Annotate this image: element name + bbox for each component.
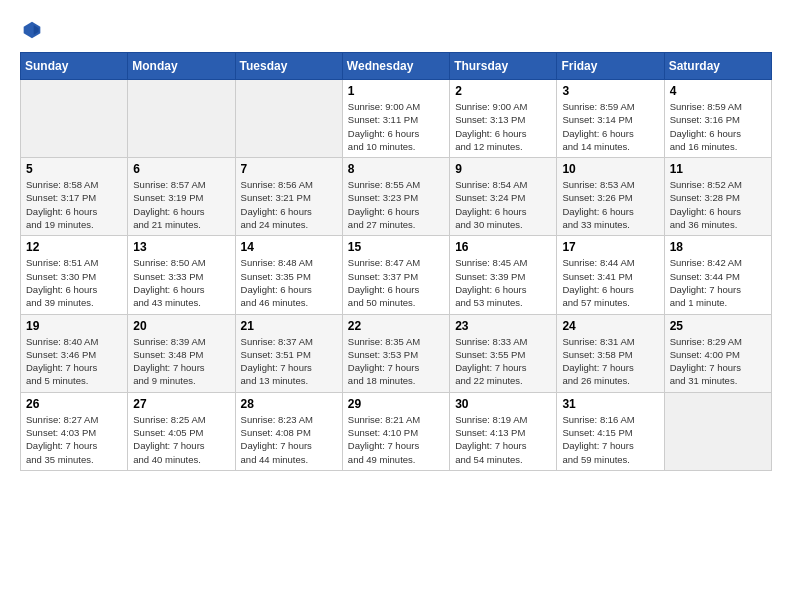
calendar-cell: 4Sunrise: 8:59 AM Sunset: 3:16 PM Daylig… bbox=[664, 80, 771, 158]
weekday-header-tuesday: Tuesday bbox=[235, 53, 342, 80]
calendar-cell: 8Sunrise: 8:55 AM Sunset: 3:23 PM Daylig… bbox=[342, 158, 449, 236]
calendar-cell: 26Sunrise: 8:27 AM Sunset: 4:03 PM Dayli… bbox=[21, 392, 128, 470]
day-info: Sunrise: 8:58 AM Sunset: 3:17 PM Dayligh… bbox=[26, 178, 122, 231]
calendar-cell: 15Sunrise: 8:47 AM Sunset: 3:37 PM Dayli… bbox=[342, 236, 449, 314]
day-info: Sunrise: 8:55 AM Sunset: 3:23 PM Dayligh… bbox=[348, 178, 444, 231]
calendar-cell: 29Sunrise: 8:21 AM Sunset: 4:10 PM Dayli… bbox=[342, 392, 449, 470]
day-info: Sunrise: 8:53 AM Sunset: 3:26 PM Dayligh… bbox=[562, 178, 658, 231]
day-number: 18 bbox=[670, 240, 766, 254]
day-number: 7 bbox=[241, 162, 337, 176]
day-info: Sunrise: 8:45 AM Sunset: 3:39 PM Dayligh… bbox=[455, 256, 551, 309]
calendar-week-5: 26Sunrise: 8:27 AM Sunset: 4:03 PM Dayli… bbox=[21, 392, 772, 470]
calendar-week-4: 19Sunrise: 8:40 AM Sunset: 3:46 PM Dayli… bbox=[21, 314, 772, 392]
day-number: 19 bbox=[26, 319, 122, 333]
day-info: Sunrise: 8:54 AM Sunset: 3:24 PM Dayligh… bbox=[455, 178, 551, 231]
calendar-week-2: 5Sunrise: 8:58 AM Sunset: 3:17 PM Daylig… bbox=[21, 158, 772, 236]
calendar-table: SundayMondayTuesdayWednesdayThursdayFrid… bbox=[20, 52, 772, 471]
calendar-cell bbox=[21, 80, 128, 158]
day-number: 1 bbox=[348, 84, 444, 98]
day-number: 22 bbox=[348, 319, 444, 333]
day-info: Sunrise: 8:35 AM Sunset: 3:53 PM Dayligh… bbox=[348, 335, 444, 388]
day-info: Sunrise: 8:25 AM Sunset: 4:05 PM Dayligh… bbox=[133, 413, 229, 466]
header bbox=[20, 20, 772, 40]
day-number: 27 bbox=[133, 397, 229, 411]
day-info: Sunrise: 8:31 AM Sunset: 3:58 PM Dayligh… bbox=[562, 335, 658, 388]
day-number: 23 bbox=[455, 319, 551, 333]
calendar-cell: 19Sunrise: 8:40 AM Sunset: 3:46 PM Dayli… bbox=[21, 314, 128, 392]
calendar-cell bbox=[235, 80, 342, 158]
calendar-cell bbox=[128, 80, 235, 158]
weekday-header-wednesday: Wednesday bbox=[342, 53, 449, 80]
calendar-cell: 31Sunrise: 8:16 AM Sunset: 4:15 PM Dayli… bbox=[557, 392, 664, 470]
day-info: Sunrise: 8:37 AM Sunset: 3:51 PM Dayligh… bbox=[241, 335, 337, 388]
day-info: Sunrise: 8:56 AM Sunset: 3:21 PM Dayligh… bbox=[241, 178, 337, 231]
day-number: 26 bbox=[26, 397, 122, 411]
day-number: 21 bbox=[241, 319, 337, 333]
calendar-cell: 5Sunrise: 8:58 AM Sunset: 3:17 PM Daylig… bbox=[21, 158, 128, 236]
calendar-cell: 20Sunrise: 8:39 AM Sunset: 3:48 PM Dayli… bbox=[128, 314, 235, 392]
calendar-cell: 23Sunrise: 8:33 AM Sunset: 3:55 PM Dayli… bbox=[450, 314, 557, 392]
day-number: 15 bbox=[348, 240, 444, 254]
day-number: 2 bbox=[455, 84, 551, 98]
day-info: Sunrise: 8:16 AM Sunset: 4:15 PM Dayligh… bbox=[562, 413, 658, 466]
day-info: Sunrise: 8:47 AM Sunset: 3:37 PM Dayligh… bbox=[348, 256, 444, 309]
calendar-cell: 13Sunrise: 8:50 AM Sunset: 3:33 PM Dayli… bbox=[128, 236, 235, 314]
day-info: Sunrise: 8:39 AM Sunset: 3:48 PM Dayligh… bbox=[133, 335, 229, 388]
day-number: 8 bbox=[348, 162, 444, 176]
logo-text bbox=[20, 20, 42, 40]
calendar-cell: 21Sunrise: 8:37 AM Sunset: 3:51 PM Dayli… bbox=[235, 314, 342, 392]
calendar-cell: 11Sunrise: 8:52 AM Sunset: 3:28 PM Dayli… bbox=[664, 158, 771, 236]
day-info: Sunrise: 8:59 AM Sunset: 3:14 PM Dayligh… bbox=[562, 100, 658, 153]
weekday-header-friday: Friday bbox=[557, 53, 664, 80]
calendar-cell: 27Sunrise: 8:25 AM Sunset: 4:05 PM Dayli… bbox=[128, 392, 235, 470]
calendar-cell: 16Sunrise: 8:45 AM Sunset: 3:39 PM Dayli… bbox=[450, 236, 557, 314]
page: SundayMondayTuesdayWednesdayThursdayFrid… bbox=[0, 0, 792, 481]
calendar-cell: 24Sunrise: 8:31 AM Sunset: 3:58 PM Dayli… bbox=[557, 314, 664, 392]
calendar-cell: 3Sunrise: 8:59 AM Sunset: 3:14 PM Daylig… bbox=[557, 80, 664, 158]
day-info: Sunrise: 8:59 AM Sunset: 3:16 PM Dayligh… bbox=[670, 100, 766, 153]
day-number: 14 bbox=[241, 240, 337, 254]
calendar-cell: 2Sunrise: 9:00 AM Sunset: 3:13 PM Daylig… bbox=[450, 80, 557, 158]
day-number: 10 bbox=[562, 162, 658, 176]
calendar-cell: 17Sunrise: 8:44 AM Sunset: 3:41 PM Dayli… bbox=[557, 236, 664, 314]
day-info: Sunrise: 8:29 AM Sunset: 4:00 PM Dayligh… bbox=[670, 335, 766, 388]
calendar-cell: 1Sunrise: 9:00 AM Sunset: 3:11 PM Daylig… bbox=[342, 80, 449, 158]
day-number: 4 bbox=[670, 84, 766, 98]
day-info: Sunrise: 8:23 AM Sunset: 4:08 PM Dayligh… bbox=[241, 413, 337, 466]
day-info: Sunrise: 8:33 AM Sunset: 3:55 PM Dayligh… bbox=[455, 335, 551, 388]
day-number: 17 bbox=[562, 240, 658, 254]
day-number: 24 bbox=[562, 319, 658, 333]
weekday-header-thursday: Thursday bbox=[450, 53, 557, 80]
day-number: 25 bbox=[670, 319, 766, 333]
day-info: Sunrise: 8:50 AM Sunset: 3:33 PM Dayligh… bbox=[133, 256, 229, 309]
calendar-cell: 9Sunrise: 8:54 AM Sunset: 3:24 PM Daylig… bbox=[450, 158, 557, 236]
day-number: 3 bbox=[562, 84, 658, 98]
calendar-cell: 28Sunrise: 8:23 AM Sunset: 4:08 PM Dayli… bbox=[235, 392, 342, 470]
day-info: Sunrise: 8:42 AM Sunset: 3:44 PM Dayligh… bbox=[670, 256, 766, 309]
day-info: Sunrise: 8:51 AM Sunset: 3:30 PM Dayligh… bbox=[26, 256, 122, 309]
day-number: 6 bbox=[133, 162, 229, 176]
day-number: 5 bbox=[26, 162, 122, 176]
day-info: Sunrise: 8:44 AM Sunset: 3:41 PM Dayligh… bbox=[562, 256, 658, 309]
day-number: 12 bbox=[26, 240, 122, 254]
calendar-cell: 12Sunrise: 8:51 AM Sunset: 3:30 PM Dayli… bbox=[21, 236, 128, 314]
calendar-week-1: 1Sunrise: 9:00 AM Sunset: 3:11 PM Daylig… bbox=[21, 80, 772, 158]
day-number: 29 bbox=[348, 397, 444, 411]
calendar-week-3: 12Sunrise: 8:51 AM Sunset: 3:30 PM Dayli… bbox=[21, 236, 772, 314]
calendar-cell: 25Sunrise: 8:29 AM Sunset: 4:00 PM Dayli… bbox=[664, 314, 771, 392]
logo bbox=[20, 20, 42, 40]
logo-icon bbox=[22, 20, 42, 40]
calendar-cell: 7Sunrise: 8:56 AM Sunset: 3:21 PM Daylig… bbox=[235, 158, 342, 236]
day-number: 9 bbox=[455, 162, 551, 176]
weekday-header-saturday: Saturday bbox=[664, 53, 771, 80]
weekday-header-monday: Monday bbox=[128, 53, 235, 80]
day-info: Sunrise: 8:19 AM Sunset: 4:13 PM Dayligh… bbox=[455, 413, 551, 466]
day-info: Sunrise: 8:57 AM Sunset: 3:19 PM Dayligh… bbox=[133, 178, 229, 231]
day-info: Sunrise: 8:40 AM Sunset: 3:46 PM Dayligh… bbox=[26, 335, 122, 388]
day-info: Sunrise: 8:48 AM Sunset: 3:35 PM Dayligh… bbox=[241, 256, 337, 309]
day-info: Sunrise: 8:52 AM Sunset: 3:28 PM Dayligh… bbox=[670, 178, 766, 231]
calendar-cell: 30Sunrise: 8:19 AM Sunset: 4:13 PM Dayli… bbox=[450, 392, 557, 470]
calendar-cell: 6Sunrise: 8:57 AM Sunset: 3:19 PM Daylig… bbox=[128, 158, 235, 236]
day-info: Sunrise: 9:00 AM Sunset: 3:11 PM Dayligh… bbox=[348, 100, 444, 153]
weekday-header-sunday: Sunday bbox=[21, 53, 128, 80]
